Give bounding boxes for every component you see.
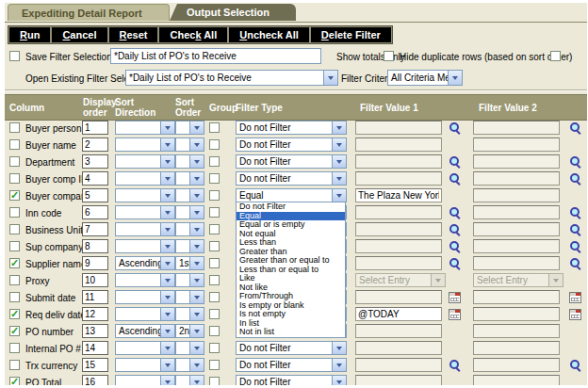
sort-order-select[interactable] — [175, 205, 204, 219]
display-order-input[interactable] — [82, 290, 108, 304]
calendar-icon[interactable] — [569, 292, 581, 303]
display-order-input[interactable] — [82, 324, 108, 338]
chevron-down-icon[interactable] — [189, 206, 204, 218]
chevron-down-icon[interactable] — [189, 155, 204, 168]
dropdown-option[interactable]: Equal or is empty — [237, 220, 345, 230]
chevron-down-icon[interactable] — [189, 189, 204, 202]
column-checkbox[interactable] — [9, 343, 20, 353]
chevron-down-icon[interactable] — [332, 189, 346, 202]
filter-value-1-input[interactable] — [355, 171, 442, 186]
filter-type-select[interactable]: Do not Filter — [236, 154, 347, 169]
sort-order-select[interactable] — [175, 375, 204, 385]
display-order-input[interactable] — [82, 137, 108, 152]
sort-direction-select[interactable] — [115, 375, 175, 385]
tab-output-selection[interactable]: Output Selection — [177, 4, 296, 21]
group-checkbox[interactable] — [209, 122, 220, 133]
chevron-down-icon[interactable] — [160, 342, 174, 354]
display-order-input[interactable] — [82, 188, 108, 202]
chevron-down-icon[interactable] — [189, 342, 204, 354]
display-order-input[interactable] — [82, 256, 108, 270]
search-icon[interactable] — [569, 359, 582, 372]
dropdown-option[interactable]: Equal — [237, 212, 345, 221]
chevron-down-icon[interactable] — [160, 206, 174, 218]
filter-value-2-select[interactable]: Select Entry — [473, 273, 564, 287]
column-checkbox[interactable] — [9, 139, 20, 150]
search-icon[interactable] — [449, 121, 462, 135]
chevron-down-icon[interactable] — [189, 325, 204, 337]
search-icon[interactable] — [449, 257, 462, 270]
filter-value-1-select[interactable]: Select Entry — [355, 273, 446, 287]
filter-value-2-input[interactable] — [473, 307, 560, 321]
save-filter-checkbox[interactable] — [9, 51, 20, 61]
sort-order-select[interactable] — [175, 154, 204, 169]
filter-value-2-input[interactable] — [473, 222, 560, 236]
filter-value-1-input[interactable] — [355, 324, 442, 338]
group-checkbox[interactable] — [209, 258, 220, 268]
chevron-down-icon[interactable] — [189, 376, 204, 385]
filter-value-1-input[interactable] — [355, 222, 442, 236]
search-icon[interactable] — [569, 121, 582, 135]
filter-value-1-input[interactable] — [355, 188, 442, 202]
filter-value-1-input[interactable] — [355, 137, 442, 152]
chevron-down-icon[interactable] — [160, 291, 174, 303]
column-checkbox[interactable] — [9, 377, 20, 385]
sort-direction-select[interactable] — [115, 239, 175, 253]
calendar-icon[interactable] — [449, 292, 461, 303]
filter-value-2-input[interactable] — [473, 358, 560, 372]
group-checkbox[interactable] — [209, 207, 220, 218]
filter-value-2-input[interactable] — [473, 341, 560, 355]
filter-value-2-input[interactable] — [473, 256, 560, 270]
display-order-input[interactable] — [82, 341, 108, 355]
sort-direction-select[interactable] — [115, 171, 175, 186]
chevron-down-icon[interactable] — [332, 172, 346, 185]
column-checkbox[interactable] — [9, 258, 20, 268]
sort-direction-select[interactable] — [115, 137, 175, 152]
sort-direction-select[interactable] — [115, 273, 175, 287]
column-checkbox[interactable] — [9, 275, 20, 285]
chevron-down-icon[interactable] — [189, 359, 204, 371]
open-filter-select[interactable]: *Daily List of PO's to Receive — [125, 70, 338, 86]
chevron-down-icon[interactable] — [160, 223, 174, 235]
chevron-down-icon[interactable] — [160, 121, 174, 134]
sort-order-select[interactable] — [175, 358, 204, 372]
chevron-down-icon[interactable] — [160, 257, 174, 269]
sort-order-select[interactable] — [175, 273, 204, 287]
chevron-down-icon[interactable] — [448, 71, 462, 85]
sort-direction-select[interactable]: Ascending — [115, 256, 175, 270]
dropdown-option[interactable]: Is empty or blank — [237, 301, 345, 311]
chevron-down-icon[interactable] — [160, 359, 174, 371]
filter-value-2-input[interactable] — [473, 121, 560, 135]
chevron-down-icon[interactable] — [332, 155, 346, 168]
filter-value-1-input[interactable] — [355, 341, 442, 355]
filter-value-1-input[interactable] — [355, 205, 442, 219]
filter-value-2-input[interactable] — [473, 375, 560, 385]
filter-type-select[interactable]: Do not Filter — [236, 375, 347, 385]
filter-value-1-input[interactable] — [355, 239, 442, 253]
chevron-down-icon[interactable] — [189, 274, 204, 286]
chevron-down-icon[interactable] — [160, 376, 174, 385]
group-checkbox[interactable] — [209, 309, 220, 319]
group-checkbox[interactable] — [209, 173, 220, 184]
search-icon[interactable] — [569, 257, 582, 270]
dropdown-option[interactable]: Greater than — [237, 248, 345, 257]
filter-type-select[interactable]: Do not Filter — [236, 171, 347, 186]
save-filter-name-input[interactable] — [110, 48, 321, 64]
dropdown-option[interactable]: Not equal — [237, 230, 345, 239]
column-checkbox[interactable] — [9, 309, 20, 319]
filter-criteria-select[interactable]: All Criteria Met — [387, 70, 463, 86]
display-order-input[interactable] — [82, 205, 108, 219]
chevron-down-icon[interactable] — [332, 359, 346, 371]
search-icon[interactable] — [449, 240, 462, 253]
toolbar-button[interactable]: Check All — [159, 27, 227, 42]
group-checkbox[interactable] — [209, 343, 220, 353]
toolbar-button[interactable]: Uncheck All — [229, 27, 309, 42]
filter-value-2-input[interactable] — [473, 171, 560, 186]
chevron-down-icon[interactable] — [189, 138, 204, 151]
dropdown-option[interactable]: Is not empty — [237, 310, 345, 319]
search-icon[interactable] — [569, 206, 582, 219]
sort-order-select[interactable] — [175, 171, 204, 186]
chevron-down-icon[interactable] — [323, 71, 337, 85]
chevron-down-icon[interactable] — [189, 223, 204, 235]
sort-direction-select[interactable] — [115, 341, 175, 355]
group-checkbox[interactable] — [209, 360, 220, 370]
